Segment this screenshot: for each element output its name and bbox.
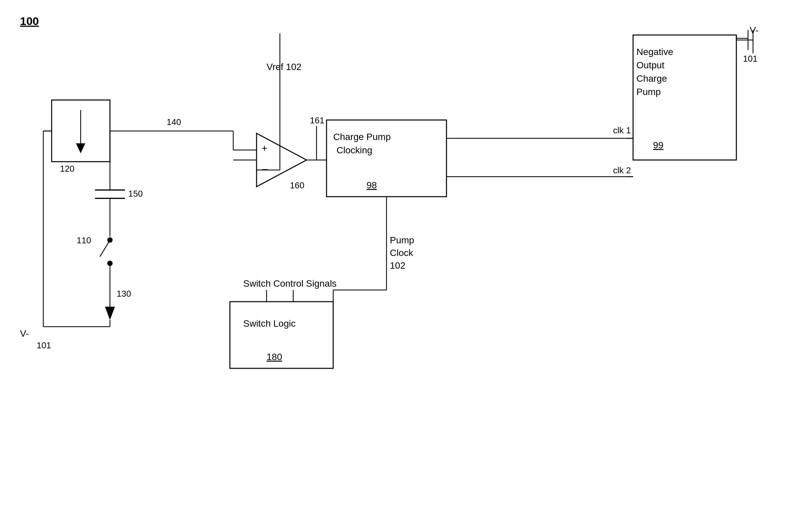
node-160: 160 (290, 180, 304, 190)
node-110: 110 (77, 235, 91, 245)
op-amp-minus: − (261, 163, 268, 176)
pump-clock-label: Pump (390, 235, 414, 245)
diagram-container: 100 Negative Output Charge Pump 99 V- 10… (0, 0, 812, 521)
v-minus-label: V- (20, 329, 29, 339)
cpc-ref: 98 (367, 180, 377, 190)
figure-label: 100 (20, 15, 39, 27)
clk1-label: clk 1 (613, 125, 631, 135)
op-amp-plus: + (261, 143, 268, 154)
node-101-top: 101 (743, 54, 757, 64)
node-101-bottom: 101 (37, 340, 51, 350)
v-minus-top: V- (750, 25, 758, 35)
charge-pump-label-line4: Pump (636, 87, 661, 97)
charge-pump-label-line2: Output (636, 60, 665, 70)
node-150: 150 (128, 189, 143, 199)
charge-pump-ref: 99 (653, 140, 664, 150)
vref-label: Vref 102 (266, 62, 302, 72)
charge-pump-label-line3: Charge (636, 73, 667, 84)
node-140: 140 (167, 117, 181, 127)
switch-blade (100, 240, 110, 257)
node-120: 120 (60, 164, 74, 174)
switch-logic-label: Switch Logic (243, 318, 296, 329)
charge-pump-label-line1: Negative (636, 47, 673, 57)
switch-control-label: Switch Control Signals (243, 278, 337, 289)
op-amp-symbol (257, 133, 306, 187)
pump-clock-ref: 102 (390, 260, 405, 271)
clk2-label: clk 2 (613, 165, 631, 175)
cpc-label-line1: Charge Pump (333, 132, 391, 142)
node-130: 130 (117, 289, 131, 299)
cpc-label-line2: Clocking (337, 145, 372, 155)
pump-clock-label2: Clock (390, 248, 414, 258)
node-161: 161 (310, 115, 324, 125)
circuit-diagram: 100 Negative Output Charge Pump 99 V- 10… (0, 0, 812, 521)
arrow-down (105, 307, 115, 320)
switch-logic-ref: 180 (266, 352, 282, 362)
